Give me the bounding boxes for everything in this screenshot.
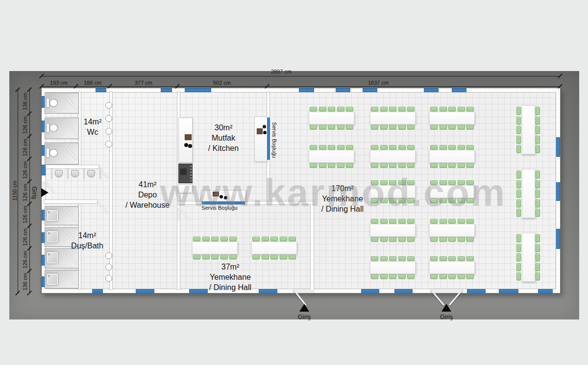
sink-icon <box>105 275 112 282</box>
floor-plan-image: 193 cm188 cm377 cm502 cm1637 cm136 cm126… <box>0 0 588 392</box>
sink-icon <box>105 264 112 270</box>
chair <box>458 107 465 111</box>
room-dining-large-name-en: / Dining Hall <box>289 204 396 214</box>
chair <box>466 274 474 279</box>
shower-drain-icon <box>48 232 50 234</box>
chair <box>466 198 474 203</box>
chair <box>220 237 228 241</box>
chair <box>466 237 474 242</box>
urinal-divider <box>83 168 85 179</box>
chair <box>310 125 317 129</box>
room-depo-name: Depo <box>103 190 192 200</box>
chair <box>448 256 456 261</box>
chair <box>389 107 396 111</box>
chair <box>229 237 237 241</box>
room-label-kitchen: 30m² Mutfak / Kitchen <box>179 122 268 153</box>
chair <box>458 274 465 279</box>
chair <box>536 234 540 242</box>
window-marker <box>556 182 560 201</box>
chair <box>319 125 326 129</box>
dining-table <box>370 112 416 124</box>
toilet-icon <box>49 99 58 107</box>
chair <box>407 163 415 168</box>
chair <box>289 255 296 259</box>
chair <box>536 117 540 124</box>
window-marker <box>538 289 553 293</box>
chair <box>516 253 521 261</box>
dimension-segment-label: 1637 cm <box>359 80 398 86</box>
chair <box>211 255 219 259</box>
chair <box>310 145 317 149</box>
chair <box>371 107 378 111</box>
chair <box>536 107 540 115</box>
chair <box>430 219 438 223</box>
window-marker <box>161 88 172 92</box>
dimension-segment-label: 193 cm <box>39 80 78 86</box>
chair <box>346 125 353 129</box>
chair <box>371 219 378 223</box>
sink-icon <box>105 102 112 109</box>
chair <box>389 237 396 242</box>
chair <box>430 237 438 242</box>
chair <box>229 255 237 259</box>
toilet-icon <box>49 124 58 132</box>
chair <box>536 272 540 280</box>
window-marker <box>394 289 413 293</box>
urinal-divider <box>67 168 69 179</box>
chair <box>389 219 396 223</box>
entrance-label-bottom1: Giriş <box>287 313 321 320</box>
window-marker <box>96 88 106 92</box>
chair <box>440 219 447 223</box>
window-marker <box>452 88 466 92</box>
window-marker <box>336 88 350 92</box>
chair <box>193 255 200 259</box>
toilet-icon <box>49 149 58 157</box>
dining-table <box>309 150 354 163</box>
chair <box>407 274 415 279</box>
chair <box>448 274 456 279</box>
room-kitchen-area: 30m² <box>179 122 268 133</box>
chair <box>448 145 456 149</box>
chair <box>430 163 438 168</box>
chair <box>440 274 447 279</box>
chair <box>252 255 260 259</box>
room-label-bath: 14m² Duş/Bath <box>50 230 124 251</box>
chair <box>516 234 521 242</box>
room-kitchen-name-en: / Kitchen <box>179 143 268 153</box>
room-label-wc: 14m² Wc <box>68 117 117 137</box>
chair <box>328 125 335 129</box>
appliance-dot-icon <box>220 195 223 198</box>
room-wc-area: 14m² <box>68 117 117 127</box>
dining-table <box>429 224 475 237</box>
toilet-icon <box>46 123 49 133</box>
dimension-segment-label: 502 cm <box>202 80 242 86</box>
chair <box>458 180 465 185</box>
window-marker <box>467 289 486 293</box>
shower-drain-icon <box>48 275 50 277</box>
chair <box>398 163 406 168</box>
room-depo-area: 41m² <box>103 179 192 190</box>
door-swing-line <box>98 166 109 178</box>
chair <box>407 219 415 223</box>
window-marker <box>299 88 314 92</box>
room-depo-name-en: / Warehouse <box>103 200 192 210</box>
dining-table <box>370 261 416 274</box>
chair <box>407 198 415 203</box>
chair <box>389 256 396 261</box>
chair <box>516 199 521 207</box>
chair <box>516 117 521 124</box>
chair <box>380 107 388 111</box>
urinal-icon <box>55 170 63 177</box>
chair <box>430 256 438 261</box>
chair <box>398 198 406 203</box>
room-dining-large-area: 170m² <box>289 183 396 194</box>
chair <box>202 237 210 241</box>
dimension-top-total: 2897 cm <box>257 69 306 74</box>
room-wc-name: Wc <box>68 127 117 137</box>
dining-table <box>192 242 238 254</box>
room-label-dining-large: 170m² Yemekhane / Dining Hall <box>289 183 396 214</box>
service-hatch-label-vertical: Servis Boşluğu <box>271 116 277 165</box>
chair <box>398 237 406 242</box>
chair <box>380 274 388 279</box>
chair <box>262 255 269 259</box>
